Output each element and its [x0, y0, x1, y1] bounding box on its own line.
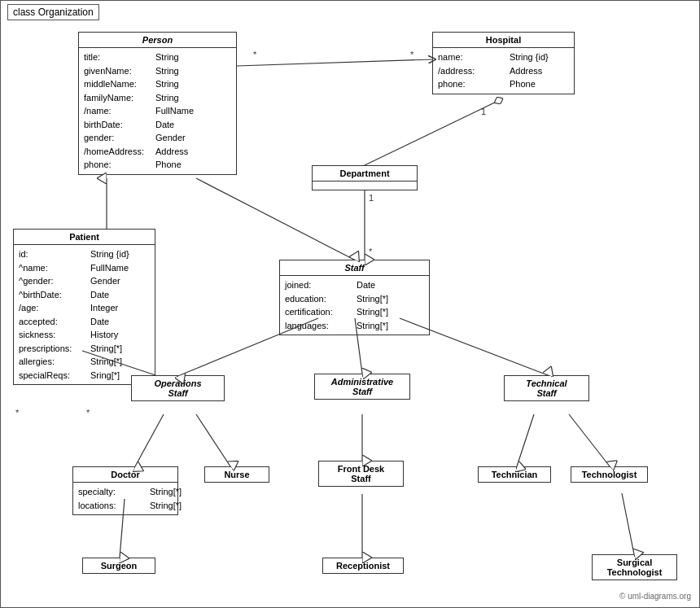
class-front-desk-staff: Front DeskStaff — [318, 461, 404, 487]
svg-line-1 — [196, 178, 354, 260]
class-doctor-title: Doctor — [73, 467, 177, 483]
class-nurse-title: Nurse — [205, 467, 269, 482]
class-technician-title: Technician — [479, 467, 550, 482]
class-receptionist-title: Receptionist — [323, 558, 403, 573]
class-person-title: Person — [79, 33, 236, 48]
diagram-title: class Organization — [7, 4, 99, 20]
class-hospital-attrs: name:String {id} /address:Address phone:… — [433, 48, 574, 94]
svg-text:*: * — [86, 408, 90, 418]
class-staff: Staff joined:Date education:String[*] ce… — [279, 260, 430, 335]
svg-line-2 — [365, 98, 503, 165]
class-doctor-attrs: specialty:String[*] locations:String[*] — [73, 483, 177, 514]
svg-text:*: * — [253, 50, 257, 59]
class-surgeon: Surgeon — [82, 558, 155, 574]
copyright: © uml-diagrams.org — [619, 592, 691, 601]
class-surgeon-title: Surgeon — [83, 558, 155, 573]
svg-line-13 — [135, 414, 164, 466]
class-surgical-technologist-title: SurgicalTechnologist — [593, 555, 676, 580]
class-person: Person title:String givenName:String mid… — [78, 32, 237, 175]
class-patient: Patient id:String {id} ^name:FullName ^g… — [13, 229, 155, 385]
class-administrative-staff: AdministrativeStaff — [314, 374, 410, 400]
class-department: Department — [312, 165, 418, 190]
svg-line-7 — [237, 59, 432, 66]
svg-line-14 — [196, 414, 230, 466]
svg-line-16 — [517, 414, 534, 466]
class-surgical-technologist: SurgicalTechnologist — [592, 554, 677, 580]
class-nurse: Nurse — [204, 466, 269, 483]
class-administrative-staff-title: AdministrativeStaff — [315, 374, 409, 399]
diagram-container: class Organization Person title:String g… — [0, 0, 700, 608]
class-staff-attrs: joined:Date education:String[*] certific… — [280, 276, 429, 335]
svg-text:1: 1 — [369, 193, 374, 203]
svg-text:1: 1 — [481, 107, 486, 116]
class-hospital-title: Hospital — [433, 33, 574, 48]
svg-text:*: * — [15, 408, 20, 418]
class-technologist-title: Technologist — [571, 467, 647, 482]
class-patient-title: Patient — [14, 230, 155, 245]
class-patient-attrs: id:String {id} ^name:FullName ^gender:Ge… — [14, 245, 155, 384]
class-technologist: Technologist — [571, 466, 648, 483]
class-department-attrs — [313, 182, 417, 190]
class-staff-title: Staff — [280, 260, 429, 276]
class-department-title: Department — [313, 166, 417, 182]
svg-text:*: * — [369, 247, 373, 256]
class-doctor: Doctor specialty:String[*] locations:Str… — [72, 466, 178, 515]
class-operations-staff-title: OperationsStaff — [132, 376, 224, 400]
class-technical-staff-title: TechnicalStaff — [505, 376, 588, 400]
class-technical-staff: TechnicalStaff — [504, 375, 589, 401]
svg-text:*: * — [410, 50, 414, 59]
class-front-desk-staff-title: Front DeskStaff — [319, 461, 403, 486]
class-operations-staff: OperationsStaff — [131, 375, 225, 401]
class-hospital: Hospital name:String {id} /address:Addre… — [432, 32, 575, 94]
svg-line-20 — [622, 493, 634, 554]
class-person-attrs: title:String givenName:String middleName… — [79, 48, 236, 174]
class-technician: Technician — [478, 466, 551, 483]
svg-line-17 — [569, 414, 610, 466]
class-receptionist: Receptionist — [322, 558, 404, 574]
